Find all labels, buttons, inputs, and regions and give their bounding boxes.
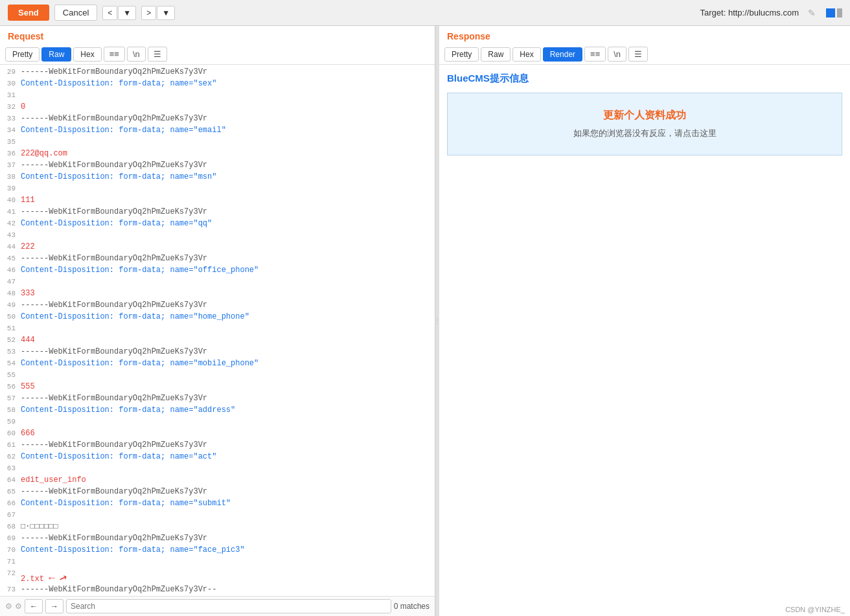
code-line: 63: [0, 464, 435, 475]
response-tab-bar: Pretty Raw Hex Render ≡≡ \n ☰: [439, 44, 850, 65]
tab-format-icon[interactable]: ≡≡: [104, 47, 125, 62]
edit-icon[interactable]: ✎: [808, 8, 816, 18]
matches-text: 0 matches: [394, 602, 430, 611]
line-number: 40: [3, 196, 21, 204]
prev-dropdown-button[interactable]: ▼: [118, 6, 136, 20]
line-number: 46: [3, 266, 21, 274]
code-line: 65------WebKitFormBoundaryOq2hPmZueKs7y3…: [0, 487, 435, 499]
line-content: Content-Disposition: form-data; name="su…: [21, 499, 432, 508]
code-line: 56555: [0, 382, 435, 394]
line-content: ------WebKitFormBoundaryOq2hPmZueKs7y3Vr: [21, 114, 432, 123]
line-number: 61: [3, 440, 21, 449]
pin-area: [826, 8, 842, 17]
line-number: 41: [3, 207, 21, 216]
resp-tab-raw[interactable]: Raw: [481, 47, 511, 62]
line-content: ------WebKitFormBoundaryOq2hPmZueKs7y3Vr: [21, 161, 432, 170]
resp-tab-pretty[interactable]: Pretty: [444, 47, 479, 62]
request-panel: Request Pretty Raw Hex ≡≡ \n ☰ 29------W…: [0, 26, 435, 616]
line-content: Content-Disposition: form-data; name="em…: [21, 126, 432, 135]
next-dropdown-button[interactable]: ▼: [157, 6, 175, 20]
code-line: 59: [0, 417, 435, 429]
resp-format-icon[interactable]: ≡≡: [584, 47, 606, 62]
line-content: ------WebKitFormBoundaryOq2hPmZueKs7y3Vr…: [21, 585, 432, 594]
render-success: 更新个人资料成功: [458, 109, 831, 122]
code-line: 29------WebKitFormBoundaryOq2hPmZueKs7y3…: [0, 67, 435, 79]
resp-menu-icon[interactable]: ☰: [628, 47, 648, 62]
next-button[interactable]: >: [141, 6, 156, 20]
code-line: 39: [0, 184, 435, 196]
code-line: 45------WebKitFormBoundaryOq2hPmZueKs7y3…: [0, 254, 435, 266]
code-line: 62Content-Disposition: form-data; name="…: [0, 452, 435, 464]
line-number: 42: [3, 219, 21, 227]
main-split: Request Pretty Raw Hex ≡≡ \n ☰ 29------W…: [0, 26, 850, 616]
line-content: ------WebKitFormBoundaryOq2hPmZueKs7y3Vr: [21, 394, 432, 403]
code-line: 33------WebKitFormBoundaryOq2hPmZueKs7y3…: [0, 114, 435, 126]
resp-tab-hex[interactable]: Hex: [512, 47, 540, 62]
line-number: 67: [3, 510, 21, 519]
code-line: 31: [0, 91, 435, 102]
line-content: 555: [21, 382, 432, 391]
line-number: 60: [3, 429, 21, 437]
line-number: 29: [3, 67, 21, 76]
tab-menu-icon[interactable]: ☰: [148, 47, 167, 62]
code-line: 52444: [0, 336, 435, 347]
code-line: 44222: [0, 242, 435, 254]
request-tab-bar: Pretty Raw Hex ≡≡ \n ☰: [0, 44, 435, 65]
search-next-button[interactable]: →: [45, 599, 63, 613]
cancel-button[interactable]: Cancel: [54, 5, 97, 21]
line-number: 70: [3, 545, 21, 554]
line-number: 48: [3, 289, 21, 297]
code-line: 35: [0, 137, 435, 149]
search-prev-button[interactable]: ←: [25, 599, 43, 613]
toolbar: Send Cancel < ▼ > ▼ Target: http://buluc…: [0, 0, 850, 26]
line-content: 333: [21, 289, 432, 298]
tab-pretty[interactable]: Pretty: [5, 47, 40, 62]
render-header: BlueCMS提示信息: [447, 73, 842, 85]
code-line: 42Content-Disposition: form-data; name="…: [0, 219, 435, 231]
line-number: 59: [3, 417, 21, 426]
request-code-area[interactable]: 29------WebKitFormBoundaryOq2hPmZueKs7y3…: [0, 65, 435, 596]
code-line: 37------WebKitFormBoundaryOq2hPmZueKs7y3…: [0, 161, 435, 172]
code-line: 722.txt ← ↗: [0, 569, 435, 585]
line-content: ------WebKitFormBoundaryOq2hPmZueKs7y3Vr: [21, 207, 432, 216]
code-line: 53------WebKitFormBoundaryOq2hPmZueKs7y3…: [0, 347, 435, 359]
line-number: 32: [3, 102, 21, 111]
line-number: 43: [3, 231, 21, 239]
line-number: 58: [3, 405, 21, 414]
tab-hex[interactable]: Hex: [73, 47, 101, 62]
resp-tab-render[interactable]: Render: [543, 47, 582, 62]
line-content: Content-Disposition: form-data; name="ad…: [21, 405, 432, 415]
search-input[interactable]: [66, 599, 391, 613]
prev-button[interactable]: <: [102, 6, 117, 20]
line-number: 33: [3, 114, 21, 122]
tab-raw[interactable]: Raw: [41, 47, 71, 62]
line-number: 52: [3, 336, 21, 344]
code-line: 71: [0, 557, 435, 569]
code-line: 38Content-Disposition: form-data; name="…: [0, 172, 435, 184]
line-content: ------WebKitFormBoundaryOq2hPmZueKs7y3Vr: [21, 67, 432, 76]
line-content: ------WebKitFormBoundaryOq2hPmZueKs7y3Vr: [21, 440, 432, 450]
code-line: 61------WebKitFormBoundaryOq2hPmZueKs7y3…: [0, 440, 435, 452]
line-content: edit_user_info: [21, 475, 432, 485]
line-number: 71: [3, 557, 21, 565]
line-number: 56: [3, 382, 21, 391]
response-title: Response: [439, 26, 498, 44]
code-line: 51: [0, 324, 435, 336]
line-content: 111: [21, 196, 432, 205]
code-line: 320: [0, 102, 435, 114]
code-line: 58Content-Disposition: form-data; name="…: [0, 405, 435, 417]
search-bar: ⚙ ⚙ ← → 0 matches: [0, 596, 435, 616]
code-line: 48333: [0, 289, 435, 301]
tab-newline-icon[interactable]: \n: [127, 47, 146, 62]
line-content: 2.txt ← ↗: [21, 569, 432, 585]
line-number: 54: [3, 359, 21, 367]
line-number: 34: [3, 126, 21, 134]
code-line: 55: [0, 371, 435, 382]
send-button[interactable]: Send: [8, 5, 49, 21]
resp-newline-icon[interactable]: \n: [608, 47, 626, 62]
target-text: Target: http://bulucms.com: [700, 8, 799, 17]
line-content: Content-Disposition: form-data; name="fa…: [21, 545, 432, 554]
line-content: 444: [21, 336, 432, 345]
line-number: 51: [3, 324, 21, 332]
line-number: 49: [3, 301, 21, 309]
